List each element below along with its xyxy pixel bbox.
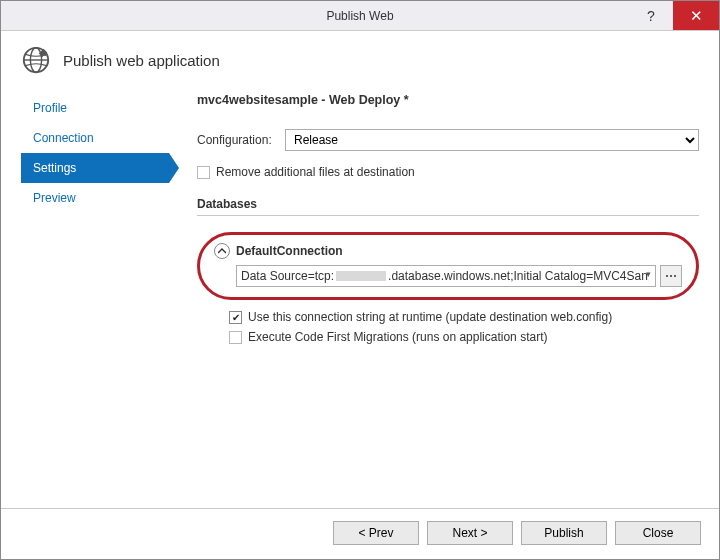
svg-point-5 — [674, 275, 676, 277]
connection-browse-button[interactable] — [660, 265, 682, 287]
migrations-checkbox[interactable] — [229, 331, 242, 344]
sidebar-item-connection[interactable]: Connection — [21, 123, 169, 153]
migrations-row: Execute Code First Migrations (runs on a… — [229, 330, 699, 344]
configuration-select[interactable]: Release — [285, 129, 699, 151]
use-connstring-row: ✔ Use this connection string at runtime … — [229, 310, 699, 324]
dialog-header: Publish web application — [1, 31, 719, 93]
connection-options: ✔ Use this connection string at runtime … — [197, 310, 699, 344]
sidebar-item-profile[interactable]: Profile — [21, 93, 169, 123]
use-connstring-checkbox[interactable]: ✔ — [229, 311, 242, 324]
close-button[interactable]: Close — [615, 521, 701, 545]
configuration-row: Configuration: Release — [197, 129, 699, 151]
help-button[interactable]: ? — [629, 1, 673, 30]
configuration-label: Configuration: — [197, 133, 285, 147]
window-title: Publish Web — [1, 9, 719, 23]
remove-files-checkbox[interactable] — [197, 166, 210, 179]
next-button[interactable]: Next > — [427, 521, 513, 545]
publish-button[interactable]: Publish — [521, 521, 607, 545]
redacted-server — [336, 271, 386, 281]
settings-panel: mvc4websitesample - Web Deploy * Configu… — [169, 93, 699, 498]
title-bar: Publish Web ? ✕ — [1, 1, 719, 31]
dialog-footer: < Prev Next > Publish Close — [1, 508, 719, 559]
sidebar-item-settings[interactable]: Settings — [21, 153, 169, 183]
svg-point-4 — [670, 275, 672, 277]
default-connection-header: DefaultConnection — [214, 243, 682, 259]
remove-files-row: Remove additional files at destination — [197, 165, 699, 179]
dialog-body: Profile Connection Settings Preview mvc4… — [1, 93, 719, 508]
svg-point-3 — [666, 275, 668, 277]
connection-string-combo[interactable]: Data Source=tcp: .database.windows.net;I… — [236, 265, 656, 287]
page-title: mvc4websitesample - Web Deploy * — [197, 93, 699, 107]
wizard-sidebar: Profile Connection Settings Preview — [21, 93, 169, 498]
migrations-label: Execute Code First Migrations (runs on a… — [248, 330, 547, 344]
sidebar-item-preview[interactable]: Preview — [21, 183, 169, 213]
remove-files-label: Remove additional files at destination — [216, 165, 415, 179]
conn-prefix: Data Source=tcp: — [241, 269, 334, 283]
collapse-icon[interactable] — [214, 243, 230, 259]
window-controls: ? ✕ — [629, 1, 719, 30]
default-connection-label: DefaultConnection — [236, 244, 343, 258]
use-connstring-label: Use this connection string at runtime (u… — [248, 310, 612, 324]
globe-icon — [21, 45, 51, 75]
prev-button[interactable]: < Prev — [333, 521, 419, 545]
conn-suffix: .database.windows.net;Initial Catalog=MV… — [388, 269, 648, 283]
databases-header: Databases — [197, 197, 699, 216]
connection-string-row: Data Source=tcp: .database.windows.net;I… — [214, 265, 682, 287]
default-connection-group: DefaultConnection Data Source=tcp: .data… — [197, 232, 699, 300]
chevron-down-icon: ▾ — [646, 269, 651, 279]
close-window-button[interactable]: ✕ — [673, 1, 719, 30]
dialog-title: Publish web application — [63, 52, 220, 69]
